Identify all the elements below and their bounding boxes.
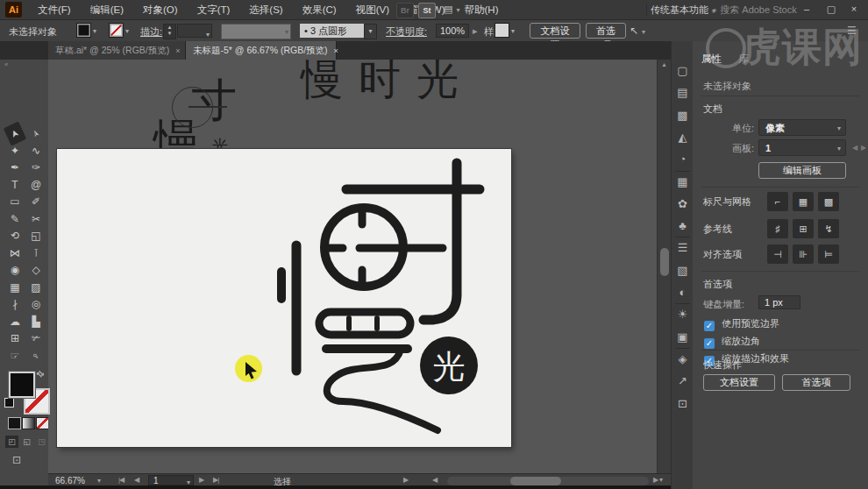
fill-swatch[interactable] (9, 372, 35, 398)
graphic-styles-panel-icon[interactable]: ▣ (672, 328, 694, 347)
share-icon[interactable]: ⌁ (480, 3, 487, 15)
shaper-tool[interactable]: ✎ (5, 211, 25, 228)
lasso-tool[interactable]: ∿ (26, 143, 46, 159)
hand-tool[interactable]: ☞ (5, 348, 25, 365)
gradient-mode-button[interactable] (22, 417, 35, 429)
magic-wand-tool[interactable]: ✦ (5, 143, 25, 159)
paintbrush-tool[interactable]: ✐ (26, 194, 46, 210)
stroke-weight-stepper[interactable]: ▲▼ (163, 24, 176, 39)
curvature-tool[interactable]: ✑ (26, 159, 46, 176)
rotate-tool[interactable]: ⟲ (5, 228, 25, 244)
smart-guides-icon[interactable]: ↯ (818, 219, 839, 238)
scroll-down-icon[interactable]: ▾ (659, 476, 663, 484)
bridge-icon[interactable]: Br (396, 3, 414, 18)
horizontal-scrollbar[interactable] (447, 477, 649, 485)
menu-item-7[interactable]: 视图(V) (346, 0, 399, 19)
prev-artboard-icon[interactable]: ◀ (852, 144, 857, 152)
prev-artboard-button[interactable]: ◀ (134, 476, 139, 484)
isolate-selection-icon[interactable]: ↖▾ (630, 25, 645, 37)
app-logo[interactable]: Ai (5, 2, 22, 18)
menu-item-2[interactable]: 编辑(E) (81, 0, 133, 19)
control-bar-menu-icon[interactable]: ☰ (847, 25, 857, 37)
opacity-label[interactable]: 不透明度: (386, 25, 427, 39)
draw-normal-icon[interactable]: ◰ (5, 436, 18, 448)
tab-draft-document[interactable]: 草稿.ai* @ 25% (RGB/预览)× (48, 41, 186, 60)
scroll-left-icon[interactable]: ◀ (432, 476, 437, 484)
workspace-switcher[interactable]: 传统基本功能▾ (651, 0, 715, 21)
quick-document-setup-button[interactable]: 文档设置 (703, 374, 775, 391)
perspective-grid-tool[interactable]: ◇ (26, 262, 46, 279)
menu-item-6[interactable]: 效果(C) (293, 0, 346, 19)
next-artboard-icon[interactable]: ▶ (861, 144, 866, 152)
blend-tool[interactable]: ◎ (26, 296, 46, 313)
fill-dropdown-icon[interactable]: ▾ (93, 27, 96, 35)
scroll-right-arrow-icon[interactable]: ▶ (653, 476, 658, 484)
minimize-button[interactable]: – (796, 0, 817, 18)
scissors-tool[interactable]: ✂ (26, 211, 46, 228)
canvas[interactable]: 慢时光 慢 寸 光 (48, 60, 671, 473)
color-guide-panel-icon[interactable]: ◔ (672, 150, 694, 169)
scroll-right-icon[interactable]: ▶ (403, 476, 408, 484)
close-button[interactable]: × (843, 0, 864, 18)
pen-tool[interactable]: ✒ (5, 159, 25, 176)
transparency-grid-icon[interactable]: ▩ (818, 192, 839, 211)
close-tab-icon[interactable]: × (175, 46, 180, 55)
vertical-scrollbar[interactable]: ▲ (657, 60, 671, 473)
column-graph-tool[interactable]: ▙ (26, 314, 46, 330)
menu-item-3[interactable]: 对象(O) (133, 0, 188, 19)
snap-pixel-icon[interactable]: ⊪ (793, 244, 814, 264)
next-artboard-button[interactable]: ▶ (199, 476, 203, 484)
opacity-more-icon[interactable]: ▸ (473, 25, 478, 37)
horizontal-scroll-thumb[interactable] (510, 477, 561, 485)
menu-item-5[interactable]: 选择(S) (239, 0, 292, 19)
collapse-tools-icon[interactable]: ‹‹ (4, 60, 7, 68)
artboard-dropdown[interactable]: 1▾ (758, 139, 846, 156)
width-tool[interactable]: ⋈ (5, 245, 25, 262)
variable-width-profile-dropdown[interactable]: ▾ (221, 24, 291, 39)
scroll-up-icon[interactable]: ▲ (661, 61, 667, 67)
first-artboard-button[interactable]: |◀ (118, 476, 124, 484)
draw-behind-icon[interactable]: ◱ (20, 436, 33, 448)
eyedropper-tool[interactable]: ∤ (5, 296, 25, 313)
menu-item-4[interactable]: 文字(T) (188, 0, 240, 19)
style-swatch[interactable] (495, 24, 509, 37)
document-setup-button[interactable]: 文档设置 (530, 23, 580, 39)
swap-fill-stroke-icon[interactable]: ⇄ (34, 368, 46, 380)
draw-inside-icon[interactable]: ◳ (35, 436, 48, 448)
stock-icon[interactable]: St (418, 3, 436, 18)
artboard-panel-icon[interactable]: ⊡ (672, 394, 694, 414)
symbol-sprayer-tool[interactable]: ☁ (5, 314, 25, 330)
checkbox-checked-icon[interactable]: ✓ (704, 321, 715, 331)
opacity-value[interactable]: 100% (436, 24, 469, 38)
grid-icon[interactable]: ▦ (793, 192, 814, 211)
menu-item-1[interactable]: 文件(F) (28, 0, 81, 19)
edit-artboard-button[interactable]: 编辑画板 (758, 162, 846, 179)
vertical-scroll-thumb[interactable] (660, 248, 669, 276)
shape-builder-tool[interactable]: ◉ (5, 262, 25, 279)
color-mode-button[interactable] (8, 417, 21, 429)
snap-grid-icon[interactable]: ⊣ (767, 244, 788, 264)
keyboard-increment-input[interactable]: 1 px (758, 295, 800, 309)
arrange-documents-icon[interactable]: ▤▾ (444, 4, 459, 15)
brush-definition-dropdown[interactable]: • 3 点圆形 (300, 24, 364, 38)
ruler-icon[interactable]: ⌐ (767, 192, 788, 211)
unit-dropdown[interactable]: 像素▾ (758, 119, 846, 136)
zoom-dropdown-icon[interactable]: ▾ (97, 477, 101, 485)
layers-panel-icon[interactable]: ◈ (672, 350, 694, 369)
free-transform-tool[interactable]: ◱ (26, 228, 46, 244)
puppet-warp-tool[interactable]: ⊺ (26, 245, 46, 262)
last-artboard-button[interactable]: ▶| (213, 476, 218, 484)
maximize-button[interactable]: ▢ (821, 0, 842, 18)
artboard-number-input[interactable]: 1▾ (148, 475, 194, 485)
style-dropdown-icon[interactable]: ▾ (511, 27, 515, 35)
brushes-panel-icon[interactable]: ✿ (672, 195, 694, 214)
gradient-panel-icon[interactable]: ▧ (672, 261, 694, 280)
fill-color-swatch[interactable] (77, 24, 90, 37)
stroke-dropdown-icon[interactable]: ▾ (125, 27, 129, 35)
line-segment-tool[interactable]: @ (26, 177, 46, 194)
type-tool[interactable]: T (5, 177, 25, 194)
align-panel-icon[interactable]: ▤ (672, 83, 694, 103)
lock-guides-icon[interactable]: ⊞ (793, 219, 814, 238)
screen-mode-icon[interactable]: ⊡ (12, 454, 21, 466)
tab-properties[interactable]: 属性 (701, 53, 722, 66)
